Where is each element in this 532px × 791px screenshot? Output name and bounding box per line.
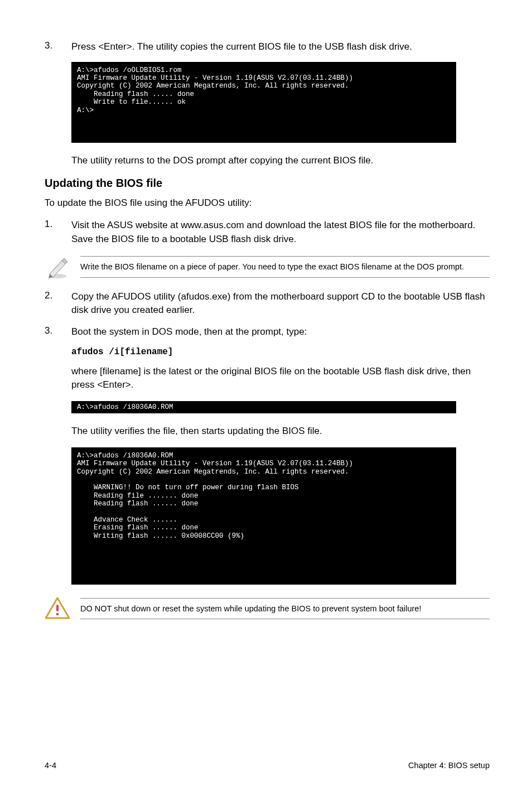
terminal-output-1: A:\>afudos /oOLDBIOS1.rom AMI Firmware U…	[71, 62, 456, 143]
paragraph: The utility returns to the DOS prompt af…	[71, 154, 490, 168]
warning-icon	[45, 596, 70, 621]
page-footer: 4-4 Chapter 4: BIOS setup	[45, 761, 490, 770]
step-number: 1.	[45, 219, 71, 246]
terminal-output-2: A:\>afudos /i8036A0.ROM	[71, 401, 456, 413]
step-2: 2. Copy the AFUDOS utility (afudos.exe) …	[45, 290, 490, 317]
step-text: Copy the AFUDOS utility (afudos.exe) fro…	[71, 290, 490, 317]
command-code: afudos /i[filename]	[71, 347, 490, 357]
section-heading: Updating the BIOS file	[45, 177, 490, 190]
intro-paragraph: To update the BIOS file using the AFUDOS…	[45, 196, 490, 210]
step-number: 3.	[45, 325, 71, 339]
step-3: 3. Press <Enter>. The utility copies the…	[45, 40, 490, 54]
terminal-output-3: A:\>afudos /i8036A0.ROM AMI Firmware Upd…	[71, 447, 456, 585]
note-box-warning: DO NOT shut down or reset the system whi…	[45, 596, 490, 621]
note-text: Write the BIOS filename on a piece of pa…	[80, 256, 490, 277]
svg-point-3	[56, 612, 59, 615]
note-box-pencil: Write the BIOS filename on a piece of pa…	[45, 254, 490, 280]
step-text: Visit the ASUS website at www.asus.com a…	[71, 219, 490, 246]
svg-rect-2	[56, 605, 59, 611]
step-text: Press <Enter>. The utility copies the cu…	[71, 40, 412, 54]
paragraph: The utility verifies the file, then star…	[71, 425, 490, 438]
note-text: DO NOT shut down or reset the system whi…	[80, 598, 490, 619]
step-3b: 3. Boot the system in DOS mode, then at …	[45, 325, 490, 339]
step-number: 2.	[45, 290, 71, 317]
step-1: 1. Visit the ASUS website at www.asus.co…	[45, 219, 490, 246]
step-text: Boot the system in DOS mode, then at the…	[71, 325, 307, 339]
chapter-label: Chapter 4: BIOS setup	[408, 761, 490, 770]
pencil-icon	[45, 254, 70, 280]
paragraph: where [filename] is the latest or the or…	[71, 365, 490, 392]
page-number: 4-4	[45, 761, 56, 770]
step-number: 3.	[45, 40, 71, 54]
